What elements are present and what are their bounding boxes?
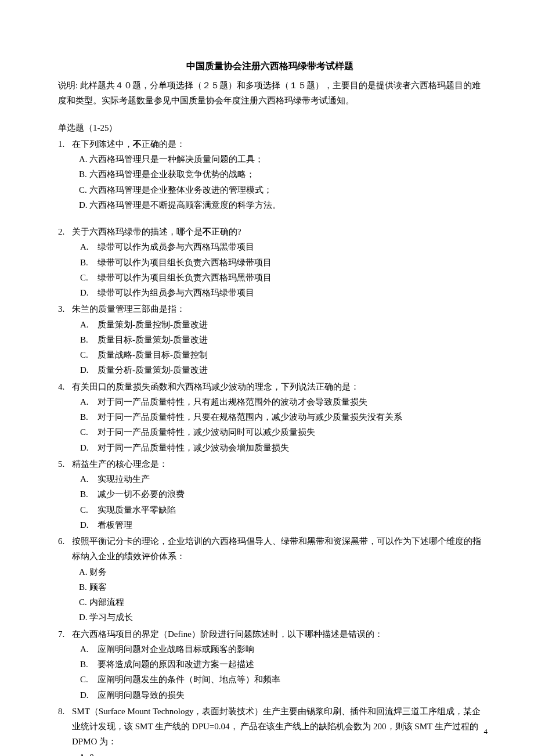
page-number: 4: [484, 725, 488, 739]
q3-c-l: C.: [80, 347, 98, 362]
q7-num: 7.: [58, 627, 72, 642]
q3-b-t: 质量目标-质量策划-质量改进: [98, 332, 208, 347]
q4-d-t: 对于同一产品质量特性，减少波动会增加质量损失: [98, 440, 289, 455]
q1-opt-d: D. 六西格玛管理是不断提高顾客满意度的科学方法。: [79, 197, 482, 213]
q1-opt-b: B. 六西格玛管理是企业获取竞争优势的战略；: [79, 167, 482, 182]
q6-num: 6.: [58, 534, 72, 564]
q2-stem: 关于六西格玛绿带的描述，哪个是不正确的?: [72, 224, 482, 239]
q7-a-l: A.: [80, 642, 98, 657]
q4-c-l: C.: [80, 424, 98, 440]
q3-a-t: 质量策划-质量控制-质量改进: [98, 317, 208, 332]
doc-intro: 说明: 此样题共４０题，分单项选择（２５题）和多项选择（１５题），主要目的是提供…: [58, 78, 482, 109]
q7-a-t: 应阐明问题对企业战略目标或顾客的影响: [98, 642, 254, 657]
q6-opt-b: B. 顾客: [79, 579, 482, 595]
q3-d-l: D.: [80, 362, 98, 377]
q4-d-l: D.: [80, 440, 98, 455]
q2-stem-post: 正确的?: [211, 227, 241, 236]
q2-num: 2.: [58, 224, 72, 239]
q1-opt-c: C. 六西格玛管理是企业整体业务改进的管理模式；: [79, 182, 482, 197]
q2-stem-pre: 关于六西格玛绿带的描述，哪个是: [72, 227, 203, 236]
q2-d-l: D.: [80, 285, 98, 300]
section-header: 单选题（1-25）: [58, 120, 482, 135]
q5-a-t: 实现拉动生产: [98, 471, 150, 487]
q5-a-l: A.: [80, 471, 98, 487]
q7-d-l: D.: [80, 687, 98, 703]
q5-c-t: 实现质量水平零缺陷: [98, 502, 176, 517]
q3-d-t: 质量分析-质量策划-质量改进: [98, 362, 208, 377]
q7-stem: 在六西格玛项目的界定（Define）阶段进行问题陈述时，以下哪种描述是错误的：: [72, 627, 482, 642]
q7-b-t: 要将造成问题的原因和改进方案一起描述: [98, 657, 254, 672]
q1-stem-post: 正确的是：: [142, 139, 185, 149]
q3-num: 3.: [58, 301, 72, 316]
q6-opt-a: A. 财务: [79, 564, 482, 579]
q1-opt-a: A. 六西格玛管理只是一种解决质量问题的工具；: [79, 152, 482, 167]
doc-title: 中国质量协会注册六西格玛绿带考试样题: [58, 58, 482, 74]
q2-c-l: C.: [80, 270, 98, 285]
question-1: 1. 在下列陈述中，不正确的是： A. 六西格玛管理只是一种解决质量问题的工具；…: [58, 136, 482, 213]
question-5: 5. 精益生产的核心理念是： A.实现拉动生产 B.减少一切不必要的浪费 C.实…: [58, 456, 482, 532]
q4-a-t: 对于同一产品质量特性，只有超出规格范围外的波动才会导致质量损失: [98, 394, 367, 409]
q6-opt-c: C. 内部流程: [79, 595, 482, 610]
q4-a-l: A.: [80, 394, 98, 409]
q7-c-l: C.: [80, 672, 98, 687]
q2-c-t: 绿带可以作为项目组长负责六西格玛黑带项目: [98, 270, 272, 285]
q4-c-t: 对于同一产品质量特性，减少波动同时可以减少质量损失: [98, 424, 315, 440]
q4-b-t: 对于同一产品质量特性，只要在规格范围内，减少波动与减少质量损失没有关系: [98, 409, 402, 424]
q4-b-l: B.: [80, 409, 98, 424]
q2-d-t: 绿带可以作为组员参与六西格玛绿带项目: [98, 285, 254, 300]
q1-stem: 在下列陈述中，不正确的是：: [72, 136, 482, 152]
q3-c-t: 质量战略-质量目标-质量控制: [98, 347, 208, 362]
q8-num: 8.: [58, 704, 72, 750]
q5-d-t: 看板管理: [98, 517, 132, 532]
q1-num: 1.: [58, 136, 72, 152]
q5-d-l: D.: [80, 517, 98, 532]
q5-stem: 精益生产的核心理念是：: [72, 456, 482, 471]
q7-d-t: 应阐明问题导致的损失: [98, 687, 185, 703]
q4-num: 4.: [58, 379, 72, 394]
q2-b-t: 绿带可以作为项目组长负责六西格玛绿带项目: [98, 255, 272, 270]
q5-b-t: 减少一切不必要的浪费: [98, 487, 185, 502]
q7-c-t: 应阐明问题发生的条件（时间、地点等）和频率: [98, 672, 280, 687]
q7-b-l: B.: [80, 657, 98, 672]
q2-b-l: B.: [80, 255, 98, 270]
q8-stem: SMT（Surface Mount Technology，表面封装技术）生产主要…: [72, 704, 482, 750]
question-6: 6. 按照平衡记分卡的理论，企业培训的六西格玛倡导人、绿带和黑带和资深黑带，可以…: [58, 534, 482, 625]
q5-num: 5.: [58, 456, 72, 471]
q6-stem: 按照平衡记分卡的理论，企业培训的六西格玛倡导人、绿带和黑带和资深黑带，可以作为下…: [72, 534, 482, 564]
q1-stem-bold: 不: [133, 139, 142, 149]
q3-a-l: A.: [80, 317, 98, 332]
question-8: 8. SMT（Surface Mount Technology，表面封装技术）生…: [58, 704, 482, 756]
q3-b-l: B.: [80, 332, 98, 347]
q2-stem-bold: 不: [203, 227, 211, 236]
q5-c-l: C.: [80, 502, 98, 517]
question-4: 4. 有关田口的质量损失函数和六西格玛减少波动的理念，下列说法正确的是： A.对…: [58, 379, 482, 455]
question-7: 7. 在六西格玛项目的界定（Define）阶段进行问题陈述时，以下哪种描述是错误…: [58, 627, 482, 703]
q5-b-l: B.: [80, 487, 98, 502]
q1-stem-pre: 在下列陈述中，: [72, 139, 133, 149]
q2-a-l: A.: [80, 239, 98, 254]
q4-stem: 有关田口的质量损失函数和六西格玛减少波动的理念，下列说法正确的是：: [72, 379, 482, 394]
q2-a-t: 绿带可以作为成员参与六西格玛黑带项目: [98, 239, 254, 254]
question-3: 3. 朱兰的质量管理三部曲是指： A.质量策划-质量控制-质量改进 B.质量目标…: [58, 301, 482, 377]
q6-opt-d: D. 学习与成长: [79, 610, 482, 625]
q3-stem: 朱兰的质量管理三部曲是指：: [72, 301, 482, 316]
question-2: 2. 关于六西格玛绿带的描述，哪个是不正确的? A.绿带可以作为成员参与六西格玛…: [58, 224, 482, 300]
q8-opt-a: A. 8: [79, 750, 482, 757]
